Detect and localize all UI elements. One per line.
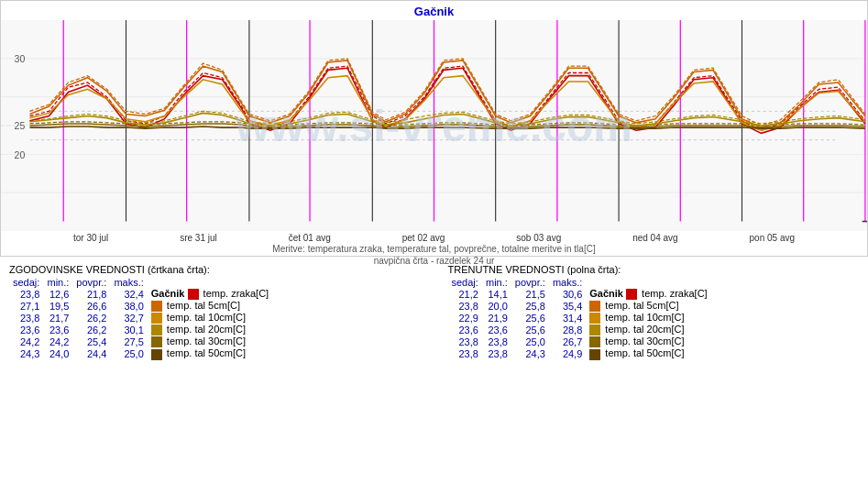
table-row: 23,8 23,8 24,3 24,9 temp. tal 50cm[C] xyxy=(448,347,711,359)
cell-min: 23,8 xyxy=(482,347,511,359)
color-box xyxy=(626,289,637,300)
row-label: temp. tal 50cm[C] xyxy=(605,347,684,358)
cell-label: temp. tal 50cm[C] xyxy=(148,347,272,359)
cell-povpr: 21,5 xyxy=(511,288,549,300)
color-box xyxy=(151,349,162,360)
color-box xyxy=(188,289,199,300)
table-row: 24,3 24,0 24,4 25,0 temp. tal 50cm[C] xyxy=(9,347,272,359)
cell-maks: 26,7 xyxy=(549,336,586,347)
cell-maks: 25,0 xyxy=(110,347,147,359)
chart-container: Gačnik www.si-vreme.com www.si-vreme.com… xyxy=(0,0,868,257)
cell-povpr: 24,4 xyxy=(72,347,110,359)
historical-table: sedaj: min.: povpr.: maks.: 23,8 12,6 21… xyxy=(9,277,272,360)
col-min-curr: min.: xyxy=(482,277,511,288)
cell-label: Gačnik temp. zraka[C] xyxy=(586,288,710,300)
row-label: temp. tal 20cm[C] xyxy=(167,324,246,335)
cell-sedaj: 23,6 xyxy=(9,324,43,336)
cell-povpr: 24,3 xyxy=(511,347,549,359)
cell-min: 20,0 xyxy=(482,300,511,312)
cell-sedaj: 23,8 xyxy=(448,336,482,347)
table-row: 23,8 21,7 26,2 32,7 temp. tal 10cm[C] xyxy=(9,312,272,324)
color-box xyxy=(589,349,600,360)
cell-povpr: 26,6 xyxy=(72,300,110,312)
cell-sedaj: 24,2 xyxy=(9,336,43,347)
cell-label: temp. tal 5cm[C] xyxy=(586,300,710,312)
svg-text:20: 20 xyxy=(15,150,26,160)
cell-sedaj: 22,9 xyxy=(448,312,482,324)
cell-label: temp. tal 30cm[C] xyxy=(586,336,710,347)
cell-label: temp. tal 10cm[C] xyxy=(148,312,272,324)
cell-povpr: 25,0 xyxy=(511,336,549,347)
cell-label: temp. tal 10cm[C] xyxy=(586,312,710,324)
current-block: TRENUTNE VREDNOSTI (polna črta): sedaj: … xyxy=(448,262,860,360)
cell-povpr: 26,2 xyxy=(72,312,110,324)
cell-min: 14,1 xyxy=(482,288,511,300)
cell-povpr: 26,2 xyxy=(72,324,110,336)
current-table: sedaj: min.: povpr.: maks.: 21,2 14,1 21… xyxy=(448,277,711,360)
table-row: 23,8 23,8 25,0 26,7 temp. tal 30cm[C] xyxy=(448,336,711,347)
gacnik-inline: Gačnik xyxy=(589,288,623,299)
cell-maks: 27,5 xyxy=(110,336,147,347)
cell-povpr: 25,6 xyxy=(511,312,549,324)
row-label: temp. tal 30cm[C] xyxy=(167,336,246,346)
row-label: temp. tal 50cm[C] xyxy=(167,347,246,358)
cell-maks: 30,6 xyxy=(549,288,586,300)
col-sedaj-curr: sedaj: xyxy=(448,277,482,288)
cell-label: temp. tal 30cm[C] xyxy=(148,336,272,347)
chart-svg: 30 25 20 xyxy=(1,20,867,231)
row-label: temp. tal 20cm[C] xyxy=(605,324,684,335)
table-row: 21,2 14,1 21,5 30,6 Gačnik temp. zraka[C… xyxy=(448,288,711,300)
historical-block: ZGODOVINSKE VREDNOSTI (črtkana črta): se… xyxy=(9,262,421,360)
svg-text:30: 30 xyxy=(15,54,26,64)
cell-maks: 31,4 xyxy=(549,312,586,324)
page-wrapper: Gačnik www.si-vreme.com www.si-vreme.com… xyxy=(0,0,868,484)
cell-sedaj: 24,3 xyxy=(9,347,43,359)
color-box xyxy=(589,313,600,324)
cell-maks: 32,4 xyxy=(110,288,147,300)
cell-min: 23,6 xyxy=(43,324,72,336)
gacnik-inline: Gačnik xyxy=(151,288,185,299)
cell-label: temp. tal 20cm[C] xyxy=(148,324,272,336)
color-box xyxy=(151,324,162,336)
svg-text:25: 25 xyxy=(15,121,26,131)
xaxis-label-5: ned 04 avg xyxy=(632,233,678,243)
cell-min: 21,7 xyxy=(43,312,72,324)
col-maks-curr: maks.: xyxy=(549,277,586,288)
chart-title: Gačnik xyxy=(1,1,867,20)
cell-povpr: 25,4 xyxy=(72,336,110,347)
table-row: 24,2 24,2 25,4 27,5 temp. tal 30cm[C] xyxy=(9,336,272,347)
legend-line1: Meritve: temperatura zraka, temperature … xyxy=(1,243,867,255)
cell-min: 23,8 xyxy=(482,336,511,347)
cell-sedaj: 23,6 xyxy=(448,324,482,336)
color-box xyxy=(151,336,162,347)
color-box xyxy=(589,301,600,312)
chart-area: www.si-vreme.com 30 25 20 xyxy=(1,20,867,231)
cell-maks: 35,4 xyxy=(549,300,586,312)
row-label: temp. tal 10cm[C] xyxy=(605,312,684,323)
cell-povpr: 25,6 xyxy=(511,324,549,336)
row-label: temp. tal 30cm[C] xyxy=(605,336,684,346)
xaxis-label-2: čet 01 avg xyxy=(289,233,331,243)
table-row: 23,8 20,0 25,8 35,4 temp. tal 5cm[C] xyxy=(448,300,711,312)
cell-min: 24,2 xyxy=(43,336,72,347)
cell-min: 21,9 xyxy=(482,312,511,324)
color-box xyxy=(589,336,600,347)
cell-label: temp. tal 20cm[C] xyxy=(586,324,710,336)
col-label-hist xyxy=(148,277,272,288)
cell-povpr: 25,8 xyxy=(511,300,549,312)
color-box xyxy=(151,313,162,324)
cell-sedaj: 23,8 xyxy=(448,300,482,312)
cell-maks: 38,0 xyxy=(110,300,147,312)
cell-label: temp. tal 50cm[C] xyxy=(586,347,710,359)
cell-sedaj: 23,8 xyxy=(9,288,43,300)
row-label: temp. tal 10cm[C] xyxy=(167,312,246,323)
cell-min: 12,6 xyxy=(43,288,72,300)
chart-xaxis: tor 30 jul sre 31 jul čet 01 avg pet 02 … xyxy=(1,231,867,243)
col-povpr-hist: povpr.: xyxy=(72,277,110,288)
data-section: ZGODOVINSKE VREDNOSTI (črtkana črta): se… xyxy=(0,257,868,360)
cell-maks: 24,9 xyxy=(549,347,586,359)
row-label: temp. zraka[C] xyxy=(203,288,269,299)
cell-maks: 30,1 xyxy=(110,324,147,336)
table-row: 23,6 23,6 25,6 28,8 temp. tal 20cm[C] xyxy=(448,324,711,336)
cell-maks: 32,7 xyxy=(110,312,147,324)
